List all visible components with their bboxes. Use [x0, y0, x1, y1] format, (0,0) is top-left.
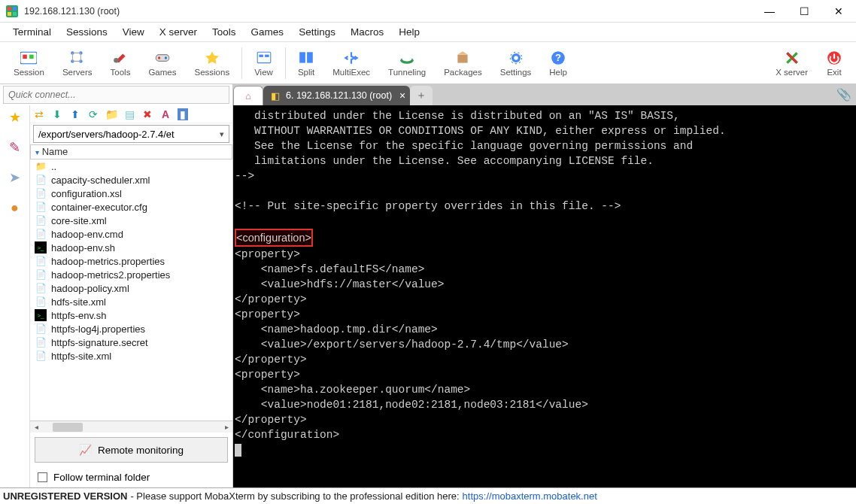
servers-icon [69, 50, 86, 66]
games-icon [154, 50, 171, 66]
toolbar-split[interactable]: Split [289, 48, 323, 78]
menu-sessions[interactable]: Sessions [59, 24, 114, 40]
menu-x-server[interactable]: X server [153, 24, 204, 40]
upload-icon[interactable]: ⬆ [69, 108, 81, 120]
menu-view[interactable]: View [116, 24, 151, 40]
file-icon: 📄 [35, 282, 47, 294]
svg-rect-1 [8, 7, 11, 11]
tab-close-icon[interactable]: × [399, 90, 405, 102]
path-text: /export/servers/hadoop-2.7.4/et [38, 129, 175, 140]
file-row[interactable]: 📄capacity-scheduler.xml [30, 173, 232, 187]
svg-point-14 [158, 56, 160, 59]
tunnel-icon [399, 50, 415, 66]
quick-connect-input[interactable] [3, 86, 229, 104]
toolbar-help[interactable]: ?Help [540, 48, 576, 78]
download-icon[interactable]: ⬇ [51, 108, 63, 120]
file-row[interactable]: 📄httpfs-site.xml [30, 349, 232, 363]
column-icon[interactable]: ▮ [178, 108, 188, 120]
monitor-icon: 📈 [79, 444, 92, 456]
paperclip-icon[interactable]: 📎 [836, 87, 851, 102]
menu-macros[interactable]: Macros [344, 24, 390, 40]
status-link[interactable]: https://mobaxterm.mobatek.net [463, 490, 597, 502]
menu-bar: TerminalSessionsViewX serverToolsGamesSe… [0, 23, 856, 42]
file-row[interactable]: 📄hadoop-policy.xml [30, 281, 232, 295]
toolbar-servers[interactable]: Servers [53, 48, 102, 78]
toolbar-sessions[interactable]: Sessions [185, 48, 238, 78]
file-row[interactable]: 📄hdfs-site.xml [30, 295, 232, 308]
toolbar-view[interactable]: View [245, 48, 282, 78]
toolbar-settings[interactable]: Settings [491, 48, 541, 78]
ftp-icon[interactable]: ⇄ [33, 108, 45, 120]
toolbar-x-server[interactable]: X server [766, 48, 817, 78]
title-bar: 192.168.121.130 (root) — ☐ ✕ [0, 0, 856, 23]
menu-games[interactable]: Games [244, 24, 291, 40]
svg-rect-3 [8, 12, 11, 16]
file-row[interactable]: 📄hadoop-metrics.properties [30, 254, 232, 268]
delete-icon[interactable]: ✖ [141, 108, 153, 120]
toolbar-session[interactable]: Session [5, 48, 53, 78]
globe-icon[interactable]: ● [6, 199, 24, 217]
follow-checkbox[interactable] [38, 472, 47, 482]
menu-terminal[interactable]: Terminal [6, 24, 58, 40]
file-list[interactable]: 📁..📄capacity-scheduler.xml📄configuration… [30, 159, 232, 421]
svg-rect-17 [259, 54, 263, 56]
toolbar-tunneling[interactable]: Tunneling [379, 48, 435, 78]
toolbar-packages[interactable]: Packages [435, 48, 491, 78]
file-row[interactable]: >_httpfs-env.sh [30, 308, 232, 322]
horizontal-scrollbar[interactable]: ◂▸ [30, 421, 232, 433]
file-list-header[interactable]: ▾ Name [30, 144, 232, 159]
favorites-icon[interactable]: ★ [6, 108, 24, 126]
send-icon[interactable]: ➤ [6, 169, 24, 187]
maximize-button[interactable]: ☐ [787, 0, 821, 23]
macros-icon[interactable]: ✎ [6, 138, 24, 156]
minimize-button[interactable]: — [752, 0, 787, 23]
close-button[interactable]: ✕ [821, 0, 856, 23]
toolbar-multiexec[interactable]: MultiExec [323, 48, 379, 78]
file-row[interactable]: 📄httpfs-signature.secret [30, 335, 232, 349]
svg-point-12 [114, 58, 119, 63]
session-icon [20, 50, 37, 66]
svg-rect-23 [458, 54, 468, 62]
path-combo[interactable]: /export/servers/hadoop-2.7.4/et ▾ [33, 125, 229, 143]
file-row[interactable]: 📄hadoop-metrics2.properties [30, 268, 232, 281]
window-title: 192.168.121.130 (root) [24, 6, 752, 17]
star-icon [204, 50, 220, 66]
svg-rect-5 [20, 52, 37, 63]
tab-new[interactable]: ＋ [410, 86, 433, 105]
toolbar-exit[interactable]: Exit [817, 48, 851, 78]
new-folder-icon[interactable]: 📁 [105, 108, 117, 120]
toolbar: SessionServersToolsGamesSessionsViewSpli… [0, 42, 856, 84]
follow-terminal-row[interactable]: Follow terminal folder [30, 467, 232, 487]
remote-monitoring-button[interactable]: 📈 Remote monitoring [35, 437, 228, 463]
toolbar-tools[interactable]: Tools [102, 48, 140, 78]
svg-text:?: ? [555, 52, 561, 63]
svg-rect-2 [13, 7, 17, 11]
terminal[interactable]: distributed under the License is distrib… [233, 105, 856, 487]
text-icon[interactable]: A [159, 108, 172, 120]
file-icon: 📄 [35, 296, 47, 308]
tab-session-active[interactable]: ◧ 6. 192.168.121.130 (root) × [263, 86, 410, 105]
menu-settings[interactable]: Settings [292, 24, 342, 40]
sidebar-iconbar: ★ ✎ ➤ ● [0, 105, 30, 487]
view-icon [256, 50, 272, 66]
file-row[interactable]: 📄core-site.xml [30, 214, 232, 227]
menu-tools[interactable]: Tools [205, 24, 243, 40]
toolbar-games[interactable]: Games [139, 48, 185, 78]
file-row[interactable]: 📄container-executor.cfg [30, 200, 232, 214]
tab-home[interactable]: ⌂ [233, 86, 263, 105]
svg-rect-4 [13, 12, 17, 16]
svg-rect-19 [299, 52, 305, 62]
app-icon [6, 5, 18, 17]
multiexec-icon [343, 50, 360, 66]
menu-help[interactable]: Help [392, 24, 426, 40]
file-icon: 📄 [35, 255, 47, 267]
file-row[interactable]: 📁.. [30, 159, 232, 173]
file-row[interactable]: 📄httpfs-log4j.properties [30, 322, 232, 335]
new-file-icon[interactable]: ▤ [123, 108, 135, 120]
file-row[interactable]: >_hadoop-env.sh [30, 241, 232, 254]
file-row[interactable]: 📄hadoop-env.cmd [30, 227, 232, 241]
help-icon: ? [550, 50, 566, 66]
file-row[interactable]: 📄configuration.xsl [30, 187, 232, 200]
split-icon [298, 50, 314, 66]
refresh-icon[interactable]: ⟳ [87, 108, 99, 120]
